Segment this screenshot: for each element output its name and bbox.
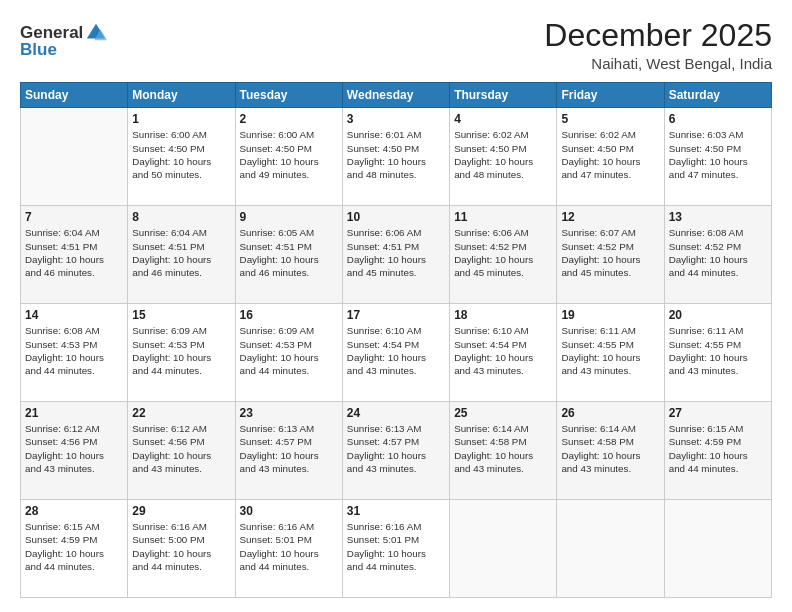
calendar-cell: 27Sunrise: 6:15 AMSunset: 4:59 PMDayligh… (664, 402, 771, 500)
day-header-wednesday: Wednesday (342, 83, 449, 108)
day-number: 9 (240, 209, 338, 225)
calendar-header-row: SundayMondayTuesdayWednesdayThursdayFrid… (21, 83, 772, 108)
day-header-sunday: Sunday (21, 83, 128, 108)
day-info: Sunrise: 6:09 AMSunset: 4:53 PMDaylight:… (240, 324, 338, 377)
day-number: 30 (240, 503, 338, 519)
day-info: Sunrise: 6:14 AMSunset: 4:58 PMDaylight:… (561, 422, 659, 475)
day-info: Sunrise: 6:07 AMSunset: 4:52 PMDaylight:… (561, 226, 659, 279)
day-number: 27 (669, 405, 767, 421)
calendar-cell: 30Sunrise: 6:16 AMSunset: 5:01 PMDayligh… (235, 500, 342, 598)
day-info: Sunrise: 6:10 AMSunset: 4:54 PMDaylight:… (454, 324, 552, 377)
day-info: Sunrise: 6:01 AMSunset: 4:50 PMDaylight:… (347, 128, 445, 181)
day-number: 8 (132, 209, 230, 225)
calendar-cell: 7Sunrise: 6:04 AMSunset: 4:51 PMDaylight… (21, 206, 128, 304)
calendar-cell: 9Sunrise: 6:05 AMSunset: 4:51 PMDaylight… (235, 206, 342, 304)
day-info: Sunrise: 6:13 AMSunset: 4:57 PMDaylight:… (347, 422, 445, 475)
calendar-cell: 6Sunrise: 6:03 AMSunset: 4:50 PMDaylight… (664, 108, 771, 206)
calendar-cell: 22Sunrise: 6:12 AMSunset: 4:56 PMDayligh… (128, 402, 235, 500)
calendar-table: SundayMondayTuesdayWednesdayThursdayFrid… (20, 82, 772, 598)
calendar-week-row: 14Sunrise: 6:08 AMSunset: 4:53 PMDayligh… (21, 304, 772, 402)
day-info: Sunrise: 6:16 AMSunset: 5:00 PMDaylight:… (132, 520, 230, 573)
calendar-cell: 2Sunrise: 6:00 AMSunset: 4:50 PMDaylight… (235, 108, 342, 206)
calendar-cell: 14Sunrise: 6:08 AMSunset: 4:53 PMDayligh… (21, 304, 128, 402)
calendar-week-row: 1Sunrise: 6:00 AMSunset: 4:50 PMDaylight… (21, 108, 772, 206)
day-info: Sunrise: 6:10 AMSunset: 4:54 PMDaylight:… (347, 324, 445, 377)
day-number: 13 (669, 209, 767, 225)
day-number: 29 (132, 503, 230, 519)
calendar-cell: 23Sunrise: 6:13 AMSunset: 4:57 PMDayligh… (235, 402, 342, 500)
calendar-cell: 21Sunrise: 6:12 AMSunset: 4:56 PMDayligh… (21, 402, 128, 500)
calendar-week-row: 21Sunrise: 6:12 AMSunset: 4:56 PMDayligh… (21, 402, 772, 500)
day-info: Sunrise: 6:09 AMSunset: 4:53 PMDaylight:… (132, 324, 230, 377)
day-number: 24 (347, 405, 445, 421)
day-number: 31 (347, 503, 445, 519)
day-info: Sunrise: 6:12 AMSunset: 4:56 PMDaylight:… (25, 422, 123, 475)
day-number: 21 (25, 405, 123, 421)
calendar-cell: 10Sunrise: 6:06 AMSunset: 4:51 PMDayligh… (342, 206, 449, 304)
day-number: 19 (561, 307, 659, 323)
day-number: 3 (347, 111, 445, 127)
day-number: 25 (454, 405, 552, 421)
calendar-cell: 29Sunrise: 6:16 AMSunset: 5:00 PMDayligh… (128, 500, 235, 598)
calendar-cell (450, 500, 557, 598)
calendar-cell: 5Sunrise: 6:02 AMSunset: 4:50 PMDaylight… (557, 108, 664, 206)
day-number: 23 (240, 405, 338, 421)
logo: General Blue (20, 22, 107, 60)
day-header-thursday: Thursday (450, 83, 557, 108)
day-info: Sunrise: 6:11 AMSunset: 4:55 PMDaylight:… (561, 324, 659, 377)
day-number: 2 (240, 111, 338, 127)
day-header-tuesday: Tuesday (235, 83, 342, 108)
calendar-cell: 8Sunrise: 6:04 AMSunset: 4:51 PMDaylight… (128, 206, 235, 304)
day-number: 26 (561, 405, 659, 421)
day-number: 7 (25, 209, 123, 225)
day-number: 17 (347, 307, 445, 323)
day-info: Sunrise: 6:13 AMSunset: 4:57 PMDaylight:… (240, 422, 338, 475)
calendar-week-row: 28Sunrise: 6:15 AMSunset: 4:59 PMDayligh… (21, 500, 772, 598)
day-number: 5 (561, 111, 659, 127)
day-info: Sunrise: 6:02 AMSunset: 4:50 PMDaylight:… (454, 128, 552, 181)
day-info: Sunrise: 6:12 AMSunset: 4:56 PMDaylight:… (132, 422, 230, 475)
day-info: Sunrise: 6:14 AMSunset: 4:58 PMDaylight:… (454, 422, 552, 475)
day-number: 1 (132, 111, 230, 127)
calendar-cell: 25Sunrise: 6:14 AMSunset: 4:58 PMDayligh… (450, 402, 557, 500)
day-header-saturday: Saturday (664, 83, 771, 108)
day-number: 18 (454, 307, 552, 323)
calendar-cell: 15Sunrise: 6:09 AMSunset: 4:53 PMDayligh… (128, 304, 235, 402)
day-number: 20 (669, 307, 767, 323)
day-info: Sunrise: 6:08 AMSunset: 4:52 PMDaylight:… (669, 226, 767, 279)
day-number: 11 (454, 209, 552, 225)
calendar-cell: 13Sunrise: 6:08 AMSunset: 4:52 PMDayligh… (664, 206, 771, 304)
day-number: 6 (669, 111, 767, 127)
day-info: Sunrise: 6:06 AMSunset: 4:52 PMDaylight:… (454, 226, 552, 279)
calendar-week-row: 7Sunrise: 6:04 AMSunset: 4:51 PMDaylight… (21, 206, 772, 304)
calendar-cell: 18Sunrise: 6:10 AMSunset: 4:54 PMDayligh… (450, 304, 557, 402)
day-info: Sunrise: 6:11 AMSunset: 4:55 PMDaylight:… (669, 324, 767, 377)
day-info: Sunrise: 6:15 AMSunset: 4:59 PMDaylight:… (669, 422, 767, 475)
logo-blue-text: Blue (20, 40, 57, 60)
day-info: Sunrise: 6:16 AMSunset: 5:01 PMDaylight:… (240, 520, 338, 573)
day-number: 4 (454, 111, 552, 127)
calendar-cell: 3Sunrise: 6:01 AMSunset: 4:50 PMDaylight… (342, 108, 449, 206)
day-info: Sunrise: 6:05 AMSunset: 4:51 PMDaylight:… (240, 226, 338, 279)
calendar-cell: 1Sunrise: 6:00 AMSunset: 4:50 PMDaylight… (128, 108, 235, 206)
calendar-cell: 4Sunrise: 6:02 AMSunset: 4:50 PMDaylight… (450, 108, 557, 206)
calendar-cell: 19Sunrise: 6:11 AMSunset: 4:55 PMDayligh… (557, 304, 664, 402)
calendar-cell: 16Sunrise: 6:09 AMSunset: 4:53 PMDayligh… (235, 304, 342, 402)
calendar-cell (664, 500, 771, 598)
day-info: Sunrise: 6:04 AMSunset: 4:51 PMDaylight:… (132, 226, 230, 279)
day-header-friday: Friday (557, 83, 664, 108)
calendar-cell: 26Sunrise: 6:14 AMSunset: 4:58 PMDayligh… (557, 402, 664, 500)
calendar-cell: 12Sunrise: 6:07 AMSunset: 4:52 PMDayligh… (557, 206, 664, 304)
calendar-cell: 20Sunrise: 6:11 AMSunset: 4:55 PMDayligh… (664, 304, 771, 402)
day-number: 16 (240, 307, 338, 323)
day-info: Sunrise: 6:00 AMSunset: 4:50 PMDaylight:… (132, 128, 230, 181)
day-info: Sunrise: 6:02 AMSunset: 4:50 PMDaylight:… (561, 128, 659, 181)
day-number: 14 (25, 307, 123, 323)
calendar-cell (557, 500, 664, 598)
calendar-cell: 28Sunrise: 6:15 AMSunset: 4:59 PMDayligh… (21, 500, 128, 598)
day-info: Sunrise: 6:08 AMSunset: 4:53 PMDaylight:… (25, 324, 123, 377)
day-info: Sunrise: 6:15 AMSunset: 4:59 PMDaylight:… (25, 520, 123, 573)
day-info: Sunrise: 6:16 AMSunset: 5:01 PMDaylight:… (347, 520, 445, 573)
calendar-cell: 17Sunrise: 6:10 AMSunset: 4:54 PMDayligh… (342, 304, 449, 402)
day-info: Sunrise: 6:04 AMSunset: 4:51 PMDaylight:… (25, 226, 123, 279)
